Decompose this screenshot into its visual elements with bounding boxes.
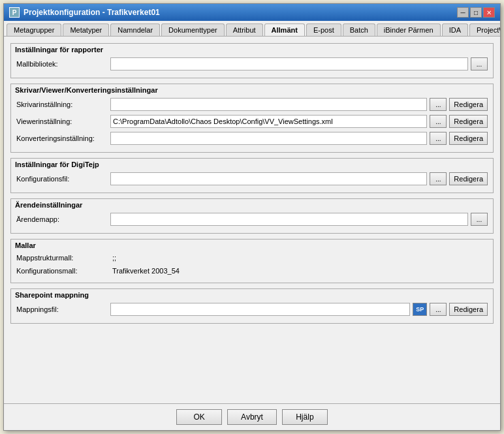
- arendemapp-browse-button[interactable]: ...: [471, 213, 488, 226]
- mappstrukturmall-label: Mappstrukturmall:: [16, 254, 108, 262]
- tab-attribut[interactable]: Attribut: [226, 23, 263, 36]
- digitejp-section-title: Inställningar för DigiTejp: [11, 159, 493, 170]
- tab-metatyper[interactable]: Metatyper: [63, 23, 109, 36]
- arende-section: Ärendeinställningar Ärendemapp: ...: [10, 198, 494, 234]
- konfigfil-label: Konfigurationsfil:: [16, 175, 108, 183]
- konfigmall-value: Trafikverket 2003_54: [110, 266, 488, 275]
- konverteringinst-browse-button[interactable]: ...: [430, 132, 447, 145]
- mappningsfil-input[interactable]: [110, 303, 410, 316]
- arendemapp-label: Ärendemapp:: [16, 215, 108, 223]
- reporter-section-title: Inställningar för rapporter: [11, 44, 493, 55]
- minimize-button[interactable]: ─: [457, 7, 469, 18]
- title-bar-controls: ─ □ ✕: [457, 7, 495, 18]
- mappningsfil-browse-button[interactable]: ...: [430, 303, 447, 316]
- skrivarinst-row: Skrivarinställning: ... Redigera: [11, 96, 493, 113]
- viewerinst-label: Viewerinställning:: [16, 117, 108, 125]
- skrivarinst-browse-button[interactable]: ...: [430, 98, 447, 111]
- konverteringinst-row: Konverteringsinställning: ... Redigera: [11, 130, 493, 147]
- konfigmall-row: Konfigurationsmall: Trafikverket 2003_54: [11, 264, 493, 277]
- skrivarinst-label: Skrivarinställning:: [16, 101, 108, 108]
- tab-metagrupper[interactable]: Metagrupper: [7, 23, 61, 36]
- mallbibliotek-browse-button[interactable]: ...: [471, 57, 488, 70]
- help-button[interactable]: Hjälp: [282, 409, 328, 425]
- viewerinst-input[interactable]: [110, 115, 427, 128]
- viewerinst-edit-button[interactable]: Redigera: [449, 115, 488, 128]
- title-bar: P Projektkonfiguration - Trafikverket01 …: [4, 4, 500, 21]
- viewerinst-row: Viewerinställning: ... Redigera: [11, 113, 493, 130]
- mappningsfil-edit-button[interactable]: Redigera: [449, 303, 488, 316]
- arendemapp-row: Ärendemapp: ...: [11, 211, 493, 228]
- mappningsfil-row: Mappningsfil: SP ... Redigera: [11, 301, 493, 318]
- tab-namndelar[interactable]: Namndelar: [110, 23, 160, 36]
- window-title: Projektkonfiguration - Trafikverket01: [24, 8, 160, 17]
- title-bar-left: P Projektkonfiguration - Trafikverket01: [9, 7, 160, 18]
- tab-allmant[interactable]: Allmänt: [264, 23, 305, 37]
- viewerinst-browse-button[interactable]: ...: [430, 115, 447, 128]
- konverteringinst-input[interactable]: [110, 132, 427, 145]
- skrivarinst-input[interactable]: [110, 98, 427, 111]
- mallar-section: Mallar Mappstrukturmall: ;; Konfiguratio…: [10, 239, 494, 283]
- sharepoint-icon-button[interactable]: SP: [413, 303, 427, 316]
- reporter-section: Inställningar för rapporter Mallbibliote…: [10, 43, 494, 78]
- close-button[interactable]: ✕: [483, 7, 495, 18]
- window-icon: P: [9, 7, 20, 18]
- konfigfil-input[interactable]: [110, 172, 427, 185]
- mappningsfil-label: Mappningsfil:: [16, 305, 108, 313]
- tab-bar: Metagrupper Metatyper Namndelar Dokument…: [4, 21, 500, 37]
- maximize-button[interactable]: □: [470, 7, 482, 18]
- tab-ibinder[interactable]: iBinder Pärmen: [377, 23, 441, 36]
- cancel-button[interactable]: Avbryt: [227, 409, 277, 425]
- konfigfil-browse-button[interactable]: ...: [430, 172, 447, 185]
- tab-epost[interactable]: E-post: [306, 23, 341, 36]
- digitejp-section: Inställningar för DigiTejp Konfiguration…: [10, 158, 494, 193]
- skrivarinst-edit-button[interactable]: Redigera: [449, 98, 488, 111]
- konverteringinst-edit-button[interactable]: Redigera: [449, 132, 488, 145]
- sharepoint-section: Sharepoint mappning Mappningsfil: SP ...…: [10, 288, 494, 324]
- tab-projectwise[interactable]: ProjectWise: [469, 23, 500, 36]
- content-area: Inställningar för rapporter Mallbibliote…: [4, 37, 500, 403]
- footer: OK Avbryt Hjälp: [4, 403, 500, 430]
- tab-dokumenttyper[interactable]: Dokumenttyper: [161, 23, 225, 36]
- konfigfil-row: Konfigurationsfil: ... Redigera: [11, 170, 493, 187]
- konfigmall-label: Konfigurationsmall:: [16, 267, 108, 275]
- sharepoint-section-title: Sharepoint mappning: [11, 289, 493, 301]
- mappstrukturmall-value: ;;: [110, 253, 488, 262]
- ok-button[interactable]: OK: [176, 409, 222, 425]
- tab-ida[interactable]: IDA: [442, 23, 468, 36]
- arendemapp-input[interactable]: [110, 213, 468, 226]
- viewer-section: Skrivar/Viewer/Konverteringsinställninga…: [10, 84, 494, 153]
- konverteringinst-label: Konverteringsinställning:: [16, 134, 108, 142]
- mallbibliotek-input[interactable]: [110, 57, 468, 70]
- konfigfil-edit-button[interactable]: Redigera: [449, 172, 488, 185]
- viewer-section-title: Skrivar/Viewer/Konverteringsinställninga…: [11, 84, 493, 96]
- mappstrukturmall-row: Mappstrukturmall: ;;: [11, 251, 493, 264]
- mallbibliotek-label: Mallbibliotek:: [16, 60, 108, 68]
- mallbibliotek-row: Mallbibliotek: ...: [11, 55, 493, 72]
- arende-section-title: Ärendeinställningar: [11, 199, 493, 211]
- tab-batch[interactable]: Batch: [343, 23, 375, 36]
- mallar-section-title: Mallar: [11, 240, 493, 251]
- main-window: P Projektkonfiguration - Trafikverket01 …: [3, 3, 501, 431]
